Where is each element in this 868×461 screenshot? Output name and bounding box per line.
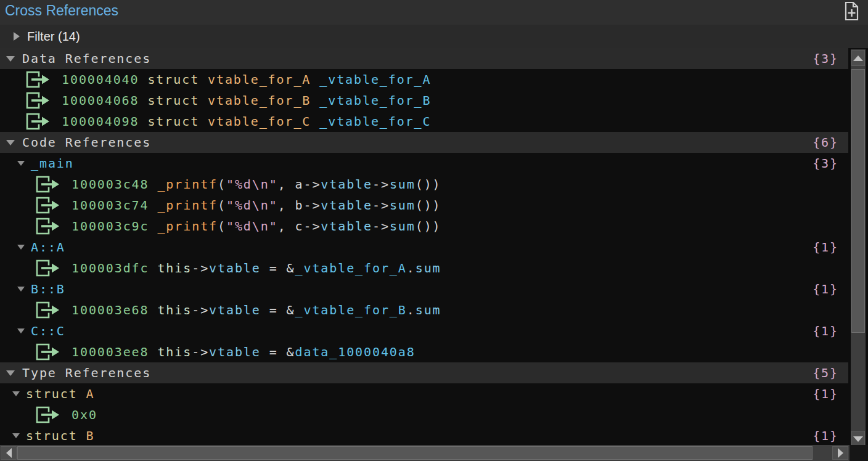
- chevron-down-icon[interactable]: [6, 56, 15, 62]
- scroll-right-button[interactable]: [832, 446, 848, 460]
- chevron-down-icon[interactable]: [17, 245, 25, 250]
- row-data-references[interactable]: Data References{3}: [0, 48, 848, 69]
- filter-toggle[interactable]: Filter (14): [0, 25, 868, 48]
- xref-icon-wrap: [36, 301, 60, 319]
- token: struct: [26, 386, 86, 401]
- vertical-scrollbar[interactable]: [851, 49, 866, 447]
- token: 0x0: [72, 407, 97, 422]
- token: _vtable_for_B: [319, 93, 431, 108]
- token: sum: [390, 219, 416, 234]
- token: struct: [147, 72, 208, 87]
- group-label: _main: [31, 156, 74, 171]
- xref-arrow-icon: [36, 301, 60, 319]
- token: sum: [390, 177, 416, 192]
- section-label: Data References: [22, 51, 151, 66]
- token: vtable: [321, 177, 372, 192]
- token: 100003ee8: [72, 345, 157, 359]
- row-group-struct-b[interactable]: struct B{1}: [0, 425, 848, 446]
- xref-text: 100003c74 _printf("%d\n", b->vtable->sum…: [72, 198, 441, 213]
- token: struct: [147, 93, 208, 108]
- xref-icon-wrap: [36, 197, 60, 214]
- row-xref-100004040[interactable]: 100004040 struct vtable_for_A _vtable_fo…: [0, 69, 848, 90]
- group-label: C::C: [31, 324, 65, 338]
- token: ->: [192, 261, 209, 275]
- chevron-down-icon[interactable]: [17, 328, 25, 333]
- xref-text: 100003dfc this->vtable = &_vtable_for_A.…: [72, 261, 441, 275]
- row-group-c-ctor[interactable]: C::C{1}: [0, 320, 848, 341]
- group-label: struct B: [26, 428, 95, 443]
- row-xref-100003e68[interactable]: 100003e68 this->vtable = &_vtable_for_B.…: [0, 300, 848, 320]
- token: this: [157, 345, 192, 359]
- row-xref-100003c48[interactable]: 100003c48 _printf("%d\n", a->vtable->sum…: [0, 174, 848, 195]
- vertical-scroll-thumb[interactable]: [851, 69, 865, 333]
- token: this: [157, 261, 192, 275]
- token: struct: [147, 114, 208, 129]
- arrow-left-icon: [6, 448, 12, 458]
- token: A::A: [31, 240, 65, 255]
- token: = &: [261, 261, 295, 275]
- document-plus-icon: [843, 1, 859, 23]
- token: , c->: [278, 219, 321, 234]
- new-pane-button[interactable]: [841, 2, 862, 23]
- scroll-left-button[interactable]: [1, 446, 17, 460]
- token: (: [218, 219, 226, 234]
- xref-text: 100003ee8 this->vtable = &data_1000040a8: [72, 345, 416, 359]
- token: _vtable_for_C: [319, 114, 431, 129]
- row-xref-100003ee8[interactable]: 100003ee8 this->vtable = &data_1000040a8: [0, 341, 848, 362]
- xref-icon-wrap: [36, 218, 60, 235]
- xref-arrow-icon: [36, 218, 60, 235]
- xref-arrow-icon: [36, 176, 60, 193]
- row-group-b-ctor[interactable]: B::B{1}: [0, 279, 848, 300]
- token: _vtable_for_B: [295, 303, 407, 317]
- chevron-down-icon[interactable]: [6, 370, 15, 376]
- token: vtable_for_A: [208, 72, 319, 87]
- xref-icon-wrap: [36, 176, 60, 193]
- token: 100003c48: [72, 177, 157, 192]
- row-group-struct-a[interactable]: struct A{1}: [0, 383, 848, 404]
- row-xref-100004068[interactable]: 100004068 struct vtable_for_B _vtable_fo…: [0, 90, 848, 111]
- chevron-down-icon[interactable]: [12, 391, 20, 396]
- token: struct: [26, 428, 86, 443]
- scroll-up-button[interactable]: [851, 50, 865, 66]
- token: ->: [372, 198, 390, 213]
- chevron-down-icon[interactable]: [17, 161, 25, 166]
- token: 100003dfc: [72, 261, 157, 275]
- xref-icon-wrap: [36, 406, 60, 423]
- row-xref-0x0[interactable]: 0x0: [0, 404, 848, 425]
- group-label: struct A: [26, 386, 95, 401]
- token: .: [407, 303, 416, 317]
- panel-title-bar: Cross References: [0, 0, 868, 25]
- row-type-references[interactable]: Type References{5}: [0, 362, 848, 383]
- xref-arrow-icon: [36, 197, 60, 214]
- token: "%d\n": [226, 198, 278, 213]
- count-badge: {3}: [813, 156, 848, 171]
- row-xref-100003c74[interactable]: 100003c74 _printf("%d\n", b->vtable->sum…: [0, 195, 848, 216]
- xref-arrow-icon: [26, 113, 51, 130]
- xref-arrow-icon: [36, 343, 60, 361]
- horizontal-scrollbar[interactable]: [0, 445, 850, 461]
- chevron-down-icon[interactable]: [17, 287, 25, 292]
- chevron-down-icon[interactable]: [12, 433, 20, 438]
- token: 100003c74: [72, 198, 157, 213]
- row-code-references[interactable]: Code References{6}: [0, 132, 848, 153]
- count-badge: {1}: [813, 386, 848, 401]
- xref-text: 100004098 struct vtable_for_C _vtable_fo…: [62, 114, 431, 129]
- row-xref-100004098[interactable]: 100004098 struct vtable_for_C _vtable_fo…: [0, 111, 848, 132]
- count-badge: {6}: [813, 135, 848, 150]
- row-group-main[interactable]: _main{3}: [0, 153, 848, 174]
- arrow-right-icon: [838, 448, 843, 458]
- token: _printf: [157, 219, 218, 234]
- token: sum: [390, 198, 416, 213]
- row-xref-100003c9c[interactable]: 100003c9c _printf("%d\n", c->vtable->sum…: [0, 216, 848, 237]
- token: = &: [261, 345, 295, 359]
- horizontal-scroll-thumb[interactable]: [17, 446, 813, 460]
- row-xref-100003dfc[interactable]: 100003dfc this->vtable = &_vtable_for_A.…: [0, 258, 848, 279]
- token: ()): [416, 198, 441, 213]
- row-group-a-ctor[interactable]: A::A{1}: [0, 237, 848, 258]
- chevron-right-icon[interactable]: [14, 32, 20, 41]
- token: ->: [192, 345, 209, 359]
- chevron-down-icon[interactable]: [6, 140, 15, 145]
- filter-label: Filter (14): [27, 30, 80, 44]
- token: , b->: [278, 198, 321, 213]
- token: = &: [261, 303, 295, 317]
